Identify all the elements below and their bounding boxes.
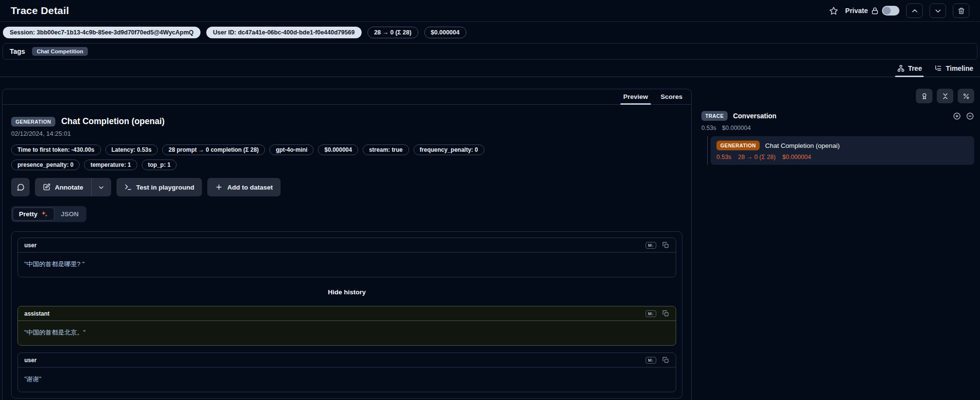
privacy-toggle[interactable] (882, 6, 899, 16)
message-content: "中国的首都是北京。" (18, 321, 676, 345)
metric-badge-model[interactable]: gpt-4o-mini (269, 144, 314, 155)
metric-badges-row: Time to first token: -430.00s Latency: 0… (11, 144, 526, 170)
actions-row: Annotate Test in playground Add to datas… (11, 178, 682, 196)
observation-title: Chat Completion (openai) (61, 116, 165, 127)
tab-timeline-label: Timeline (946, 64, 973, 72)
markdown-toggle-icon[interactable]: M↓ (646, 310, 656, 317)
observation-panel: Preview Scores GENERATION Chat Completio… (2, 89, 692, 400)
collapse-all-icon[interactable] (966, 112, 974, 120)
observation-timestamp: 02/12/2024, 14:25:01 (11, 130, 682, 137)
node-tokens: 28 → 0 (Σ 28) (738, 154, 776, 160)
lock-icon (871, 7, 879, 15)
next-trace-button[interactable] (930, 3, 946, 18)
hide-history-button[interactable]: Hide history (17, 284, 676, 299)
chevron-down-icon (934, 7, 942, 15)
metric-badge-tokens: 28 prompt → 0 completion (Σ 28) (162, 144, 265, 155)
bookmark-star-icon[interactable] (829, 6, 838, 16)
trash-icon (958, 7, 965, 15)
timeline-icon (934, 64, 942, 72)
metrics-percent-button[interactable] (958, 89, 974, 103)
annotate-pen-icon (43, 183, 50, 191)
tree-branch: GENERATION Chat Completion (openai) 0.53… (707, 136, 974, 165)
panel-tabs: Preview Scores (2, 89, 691, 105)
tags-container[interactable]: Tags Chat Competition (2, 43, 978, 60)
metric-badge-stream: stream: true (363, 144, 409, 155)
metric-badge-cost: $0.000004 (318, 144, 358, 155)
expand-all-icon[interactable] (953, 112, 961, 120)
sidebar-controls (701, 89, 974, 103)
markdown-toggle-icon[interactable]: M↓ (646, 357, 656, 364)
message-role: assistant (24, 310, 50, 317)
metric-badge-presence-penalty: presence_penalty: 0 (11, 160, 80, 170)
award-icon (921, 93, 928, 100)
trace-tree-sidebar: TRACE Conversation 0.53s $0.000004 GENER… (701, 89, 978, 165)
generation-type-badge: GENERATION (11, 117, 55, 127)
annotate-dropdown-button[interactable] (92, 178, 111, 196)
trace-title[interactable]: Conversation (733, 112, 947, 120)
messages-container: user M↓ "中国的首都是哪里? " Hide history assist… (11, 231, 682, 399)
copy-icon[interactable] (662, 241, 669, 249)
collapse-tree-button[interactable] (937, 89, 953, 103)
tab-scores[interactable]: Scores (661, 93, 682, 104)
tab-preview[interactable]: Preview (623, 93, 648, 104)
annotate-button[interactable]: Annotate (35, 178, 92, 196)
metric-badge-ttft: Time to first token: -430.00s (11, 144, 101, 155)
privacy-control: Private (845, 6, 899, 16)
tag-chip[interactable]: Chat Competition (32, 47, 88, 56)
markdown-toggle-icon[interactable]: M↓ (646, 242, 656, 249)
message-role: user (24, 357, 36, 364)
format-toggle: Pretty JSON (11, 206, 86, 222)
generation-node-metrics: 0.53s 28 → 0 (Σ 28) $0.000004 (716, 154, 968, 160)
generation-node-row[interactable]: GENERATION Chat Completion (openai) 0.53… (711, 136, 974, 165)
format-option-json[interactable]: JSON (54, 208, 85, 221)
annotate-split-button: Annotate (35, 178, 111, 196)
metric-badge-frequency-penalty: frequency_penalty: 0 (414, 144, 484, 155)
cost-badge: $0.000004 (424, 27, 466, 38)
tab-tree-label: Tree (908, 64, 922, 72)
message-role: user (24, 242, 36, 249)
comments-button[interactable] (11, 178, 30, 196)
metric-badge-top-p: top_p: 1 (142, 160, 177, 170)
node-cost: $0.000004 (782, 154, 811, 160)
comment-icon (17, 183, 25, 192)
collapse-vertical-icon (942, 93, 949, 100)
add-to-dataset-button[interactable]: Add to dataset (207, 178, 281, 196)
top-header: Trace Detail Private (0, 0, 980, 21)
copy-icon[interactable] (662, 356, 669, 364)
tags-label: Tags (10, 48, 25, 55)
page-title: Trace Detail (11, 5, 69, 16)
chevron-up-icon (911, 7, 918, 15)
delete-trace-button[interactable] (953, 3, 969, 18)
view-tabs: Tree Timeline (0, 60, 980, 77)
chevron-down-icon (98, 184, 104, 191)
tab-tree[interactable]: Tree (897, 64, 922, 77)
plus-icon (215, 183, 223, 191)
scores-award-button[interactable] (916, 89, 932, 103)
panel-body: GENERATION Chat Completion (openai) 02/1… (2, 105, 691, 400)
test-in-playground-button[interactable]: Test in playground (116, 178, 202, 196)
sparkles-icon (41, 210, 48, 218)
generation-node-badge: GENERATION (716, 141, 760, 150)
prev-trace-button[interactable] (906, 3, 923, 18)
trace-metrics: 0.53s $0.000004 (701, 125, 974, 131)
format-option-pretty[interactable]: Pretty (13, 208, 54, 221)
message-assistant: assistant M↓ "中国的首都是北京。" (17, 306, 676, 346)
trace-latency: 0.53s (701, 125, 716, 131)
user-id-badge[interactable]: User ID: dc47a41e-06bc-400d-bde1-f0e440d… (206, 27, 362, 38)
node-latency: 0.53s (716, 154, 731, 160)
message-content: "谢谢" (18, 368, 676, 392)
message-user-1: user M↓ "中国的首都是哪里? " (17, 238, 676, 277)
token-usage-badge: 28 → 0 (Σ 28) (367, 27, 418, 38)
session-badge[interactable]: Session: 3bb00ec7-1b13-4c9b-85ee-3d9d70f… (3, 27, 200, 38)
generation-node-title: Chat Completion (openai) (765, 142, 840, 149)
tab-timeline[interactable]: Timeline (934, 64, 973, 77)
privacy-label: Private (845, 7, 868, 15)
message-user-2: user M↓ "谢谢" (17, 352, 676, 392)
tree-icon (897, 64, 905, 72)
trace-cost: $0.000004 (722, 125, 751, 131)
trace-root-row[interactable]: TRACE Conversation (701, 111, 974, 121)
terminal-icon (124, 183, 132, 191)
trace-type-badge: TRACE (701, 111, 728, 121)
copy-icon[interactable] (662, 310, 669, 317)
message-content: "中国的首都是哪里? " (18, 253, 676, 277)
